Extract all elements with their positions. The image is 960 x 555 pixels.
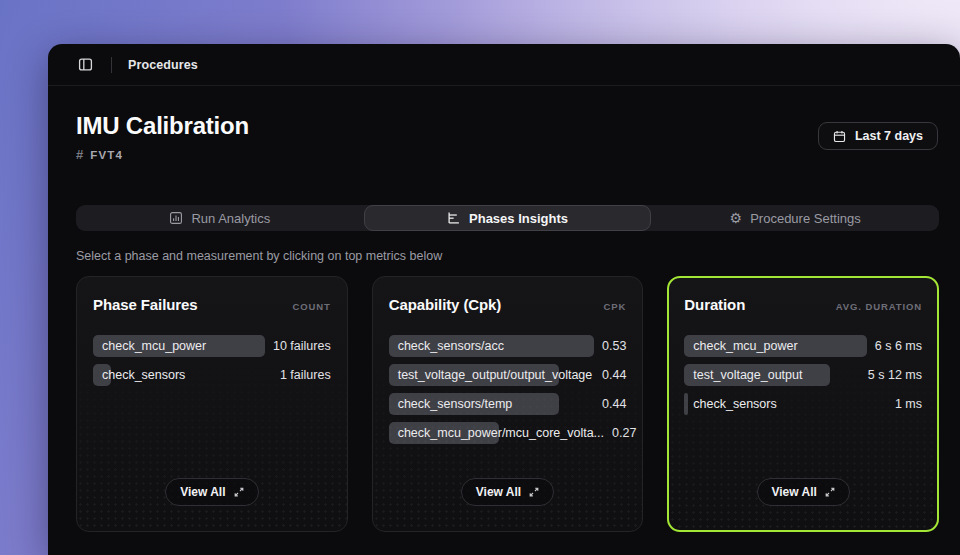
metric-row[interactable]: check_mcu_power/mcu_core_volta... 0.27	[389, 422, 627, 444]
metric-value: 0.44	[602, 397, 626, 411]
bar-track: check_sensors/acc	[389, 335, 594, 357]
bar-track: check_mcu_power/mcu_core_volta...	[389, 422, 604, 444]
app-window: Procedures Last 7 days IMU Calibration #…	[48, 44, 960, 555]
expand-icon	[234, 487, 244, 497]
hash-icon: #	[76, 147, 83, 162]
window-header: Procedures	[48, 44, 960, 86]
procedure-tag-label: FVT4	[90, 149, 123, 161]
main-content: IMU Calibration # FVT4 Run Analytics	[48, 86, 960, 555]
bar-track: check_sensors	[93, 364, 272, 386]
card-footer: View All	[389, 478, 627, 515]
card-footer: View All	[93, 478, 331, 515]
date-range-label: Last 7 days	[855, 129, 923, 143]
view-all-label: View All	[772, 485, 817, 499]
bar-track: check_sensors/temp	[389, 393, 594, 415]
tab-procedure-settings[interactable]: ⚙ Procedure Settings	[651, 205, 939, 231]
tab-bar: Run Analytics Phases Insights ⚙ Procedur…	[76, 205, 939, 231]
bar-track: test_voltage_output	[684, 364, 859, 386]
bar-track: test_voltage_output/output_voltage	[389, 364, 594, 386]
page-title: IMU Calibration	[76, 112, 939, 140]
metric-rows: check_mcu_power 6 s 6 ms test_voltage_ou…	[684, 335, 922, 415]
card-title: Capability (Cpk)	[389, 296, 502, 313]
metric-label: check_sensors/acc	[389, 335, 504, 357]
gear-icon: ⚙	[730, 211, 743, 225]
metric-label: test_voltage_output	[684, 364, 802, 386]
bar-track: check_mcu_power	[93, 335, 265, 357]
card-metric-label: CPK	[604, 301, 627, 312]
metric-label: check_sensors/temp	[389, 393, 513, 415]
metric-row[interactable]: test_voltage_output 5 s 12 ms	[684, 364, 922, 386]
metric-label: check_sensors	[684, 393, 776, 415]
card-metric-label: COUNT	[292, 301, 330, 312]
bar-track: check_sensors	[684, 393, 887, 415]
metric-cards: Phase Failures COUNT check_mcu_power 10 …	[76, 276, 939, 532]
metric-value: 0.44	[602, 368, 626, 382]
card-header: Phase Failures COUNT	[93, 296, 331, 313]
view-all-button[interactable]: View All	[165, 478, 258, 506]
breadcrumb-divider	[111, 57, 112, 73]
metric-value: 10 failures	[273, 339, 331, 353]
metric-label: check_sensors	[93, 364, 185, 386]
horizontal-bars-icon	[447, 211, 461, 225]
metric-rows: check_sensors/acc 0.53 test_voltage_outp…	[389, 335, 627, 444]
metric-row[interactable]: check_mcu_power 6 s 6 ms	[684, 335, 922, 357]
expand-icon	[529, 487, 539, 497]
card-footer: View All	[684, 478, 922, 515]
breadcrumb[interactable]: Procedures	[128, 58, 198, 72]
metric-rows: check_mcu_power 10 failures check_sensor…	[93, 335, 331, 386]
sidebar-toggle-button[interactable]	[76, 55, 95, 74]
tab-run-analytics[interactable]: Run Analytics	[76, 205, 364, 231]
view-all-label: View All	[476, 485, 521, 499]
tab-label: Run Analytics	[191, 211, 270, 226]
view-all-label: View All	[180, 485, 225, 499]
tab-phases-insights[interactable]: Phases Insights	[364, 205, 652, 231]
procedure-tag: # FVT4	[76, 147, 939, 162]
metric-row[interactable]: test_voltage_output/output_voltage 0.44	[389, 364, 627, 386]
bar-track: check_mcu_power	[684, 335, 866, 357]
tab-label: Phases Insights	[469, 211, 568, 226]
metric-label: check_mcu_power/mcu_core_volta...	[389, 422, 604, 444]
card-header: Capability (Cpk) CPK	[389, 296, 627, 313]
metric-label: test_voltage_output/output_voltage	[389, 364, 593, 386]
metric-value: 0.53	[602, 339, 626, 353]
metric-value: 1 failures	[280, 368, 331, 382]
panel-left-icon	[78, 57, 93, 72]
expand-icon	[825, 487, 835, 497]
metric-value: 0.27	[612, 426, 636, 440]
metric-value: 5 s 12 ms	[868, 368, 922, 382]
calendar-icon	[833, 130, 846, 143]
bar-chart-icon	[169, 211, 183, 225]
date-range-button[interactable]: Last 7 days	[818, 122, 938, 150]
card-metric-label: AVG. DURATION	[836, 301, 922, 312]
card-duration[interactable]: Duration AVG. DURATION check_mcu_power 6…	[667, 276, 939, 532]
metric-row[interactable]: check_sensors/temp 0.44	[389, 393, 627, 415]
card-title: Duration	[684, 296, 745, 313]
metric-row[interactable]: check_mcu_power 10 failures	[93, 335, 331, 357]
view-all-button[interactable]: View All	[757, 478, 850, 506]
card-title: Phase Failures	[93, 296, 198, 313]
card-phase-failures[interactable]: Phase Failures COUNT check_mcu_power 10 …	[76, 276, 348, 532]
metric-value: 6 s 6 ms	[875, 339, 922, 353]
tab-label: Procedure Settings	[750, 211, 861, 226]
metric-value: 1 ms	[895, 397, 922, 411]
view-all-button[interactable]: View All	[461, 478, 554, 506]
metric-label: check_mcu_power	[93, 335, 206, 357]
metric-row[interactable]: check_sensors 1 ms	[684, 393, 922, 415]
card-header: Duration AVG. DURATION	[684, 296, 922, 313]
metric-row[interactable]: check_sensors/acc 0.53	[389, 335, 627, 357]
card-capability-cpk[interactable]: Capability (Cpk) CPK check_sensors/acc 0…	[372, 276, 644, 532]
metric-row[interactable]: check_sensors 1 failures	[93, 364, 331, 386]
helper-text: Select a phase and measurement by clicki…	[76, 249, 939, 263]
metric-label: check_mcu_power	[684, 335, 797, 357]
